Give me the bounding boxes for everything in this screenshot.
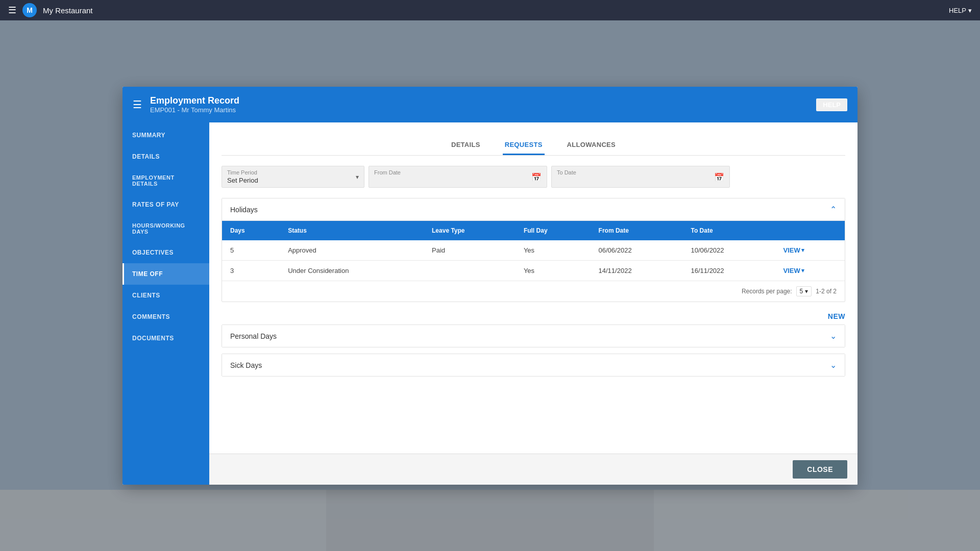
modal-menu-icon[interactable]: ☰ — [133, 98, 142, 111]
col-from-date: From Date — [591, 221, 683, 240]
modal-footer: CLOSE — [209, 454, 857, 485]
per-page-select[interactable]: 5 ▾ — [796, 286, 812, 296]
to-date-label: To Date — [557, 169, 724, 176]
sidebar-item-employment-details[interactable]: EMPLOYMENT DETAILS — [122, 167, 209, 194]
from-date-calendar-icon[interactable]: 📅 — [531, 172, 542, 182]
close-button[interactable]: CLOSE — [793, 460, 847, 479]
modal-header: ☰ Employment Record EMP001 - Mr Tommy Ma… — [122, 87, 857, 122]
holidays-table: Days Status Leave Type Full Day From Dat… — [222, 221, 845, 281]
sick-days-section: Sick Days ⌄ — [222, 354, 845, 377]
col-full-day: Full Day — [516, 221, 591, 240]
cell-days-1: 5 — [222, 240, 280, 261]
modal-title: Employment Record — [150, 95, 239, 106]
view-button-2[interactable]: VIEW ▾ — [783, 267, 837, 274]
sidebar: SUMMARY DETAILS EMPLOYMENT DETAILS RATES… — [122, 122, 209, 485]
modal-subtitle: EMP001 - Mr Tommy Martins — [150, 106, 239, 114]
cell-action-2: VIEW ▾ — [775, 261, 845, 281]
tab-allowances[interactable]: ALLOWANCES — [565, 137, 618, 155]
modal-overlay: ☰ Employment Record EMP001 - Mr Tommy Ma… — [0, 20, 980, 551]
cell-full-day-2: Yes — [516, 261, 591, 281]
app-title: My Restaurant — [43, 6, 93, 15]
time-period-value: Set Period — [227, 177, 359, 184]
holidays-section: Holidays ⌃ Days Status Leave Type — [222, 198, 845, 302]
sidebar-item-time-off[interactable]: TIME OFF — [122, 263, 209, 285]
pagination-range: 1-2 of 2 — [816, 288, 837, 295]
cell-action-1: VIEW ▾ — [775, 240, 845, 261]
cell-status-2: Under Consideration — [280, 261, 424, 281]
personal-days-chevron-icon: ⌄ — [830, 331, 837, 341]
cell-full-day-1: Yes — [516, 240, 591, 261]
view-arrow-icon-2: ▾ — [801, 267, 804, 274]
app-logo: M — [22, 3, 37, 17]
tab-requests[interactable]: REQUESTS — [503, 137, 545, 155]
from-date-label: From Date — [374, 169, 542, 176]
cell-from-date-2: 14/11/2022 — [591, 261, 683, 281]
records-per-page-label: Records per page: — [742, 288, 792, 295]
personal-days-title: Personal Days — [230, 332, 277, 340]
nav-left: ☰ M My Restaurant — [8, 3, 93, 17]
employment-record-modal: ☰ Employment Record EMP001 - Mr Tommy Ma… — [122, 87, 857, 485]
cell-to-date-1: 10/06/2022 — [683, 240, 775, 261]
sick-days-header[interactable]: Sick Days ⌄ — [222, 354, 845, 376]
cell-to-date-2: 16/11/2022 — [683, 261, 775, 281]
help-label[interactable]: HELP — [949, 7, 966, 14]
holidays-section-header[interactable]: Holidays ⌃ — [222, 198, 845, 221]
logo-letter: M — [27, 6, 33, 14]
sidebar-item-clients[interactable]: CLIENTS — [122, 285, 209, 306]
sidebar-item-details[interactable]: DETAILS — [122, 146, 209, 167]
tab-details[interactable]: DETAILS — [449, 137, 482, 155]
sidebar-item-hours-working-days[interactable]: HOURS/WORKING DAYS — [122, 215, 209, 242]
holidays-chevron-icon: ⌃ — [830, 205, 837, 214]
to-date-calendar-icon[interactable]: 📅 — [714, 172, 724, 182]
new-button-row: NEW — [222, 308, 845, 324]
cell-leave-type-1: Paid — [424, 240, 516, 261]
pagination-row: Records per page: 5 ▾ 1-2 of 2 — [222, 281, 845, 302]
view-arrow-icon-1: ▾ — [801, 247, 804, 254]
cell-from-date-1: 06/06/2022 — [591, 240, 683, 261]
view-button-1[interactable]: VIEW ▾ — [783, 246, 837, 254]
sidebar-item-comments[interactable]: COMMENTS — [122, 306, 209, 328]
per-page-arrow-icon: ▾ — [805, 288, 808, 295]
holidays-table-container: Days Status Leave Type Full Day From Dat… — [222, 221, 845, 302]
content-area: DETAILS REQUESTS ALLOWANCES Time Period … — [209, 122, 857, 454]
col-actions — [775, 221, 845, 240]
table-row: 3 Under Consideration Yes 14/11/2022 16/… — [222, 261, 845, 281]
sick-days-title: Sick Days — [230, 361, 262, 369]
from-date-field[interactable]: From Date 📅 — [369, 166, 547, 188]
sidebar-item-rates-of-pay[interactable]: RATES OF PAY — [122, 194, 209, 215]
time-period-label: Time Period — [227, 169, 359, 176]
sick-days-chevron-icon: ⌄ — [830, 360, 837, 370]
modal-titles: Employment Record EMP001 - Mr Tommy Mart… — [150, 95, 239, 114]
sidebar-item-summary[interactable]: SUMMARY — [122, 124, 209, 146]
top-navigation: ☰ M My Restaurant HELP ▾ — [0, 0, 980, 20]
col-days: Days — [222, 221, 280, 240]
table-header-row: Days Status Leave Type Full Day From Dat… — [222, 221, 845, 240]
sidebar-item-documents[interactable]: DOCUMENTS — [122, 328, 209, 349]
personal-days-header[interactable]: Personal Days ⌄ — [222, 325, 845, 347]
to-date-field[interactable]: To Date 📅 — [551, 166, 730, 188]
filter-row: Time Period Set Period ▾ From Date 📅 To … — [222, 166, 845, 188]
cell-status-1: Approved — [280, 240, 424, 261]
holidays-title: Holidays — [230, 206, 258, 214]
modal-help-button[interactable]: HELP — [816, 98, 847, 111]
hamburger-icon[interactable]: ☰ — [8, 5, 16, 16]
nav-right: HELP ▾ — [949, 7, 972, 14]
col-to-date: To Date — [683, 221, 775, 240]
sidebar-item-objectives[interactable]: OBJECTIVES — [122, 242, 209, 263]
per-page-value: 5 — [800, 288, 803, 295]
personal-days-section: Personal Days ⌄ — [222, 324, 845, 347]
modal-header-left: ☰ Employment Record EMP001 - Mr Tommy Ma… — [133, 95, 239, 114]
tab-bar: DETAILS REQUESTS ALLOWANCES — [222, 133, 845, 156]
main-content: DETAILS REQUESTS ALLOWANCES Time Period … — [209, 122, 857, 485]
col-leave-type: Leave Type — [424, 221, 516, 240]
col-status: Status — [280, 221, 424, 240]
new-button[interactable]: NEW — [828, 312, 845, 320]
help-arrow: ▾ — [968, 7, 972, 14]
cell-days-2: 3 — [222, 261, 280, 281]
table-row: 5 Approved Paid Yes 06/06/2022 10/06/202… — [222, 240, 845, 261]
cell-leave-type-2 — [424, 261, 516, 281]
time-period-arrow-icon: ▾ — [356, 173, 359, 181]
time-period-field[interactable]: Time Period Set Period ▾ — [222, 166, 364, 188]
modal-body: SUMMARY DETAILS EMPLOYMENT DETAILS RATES… — [122, 122, 857, 485]
